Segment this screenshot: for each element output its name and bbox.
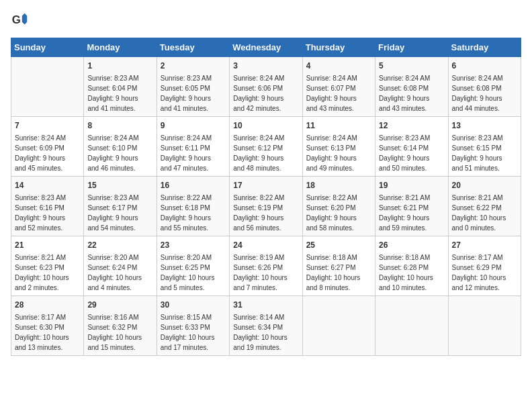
day-info: Sunrise: 8:24 AM Sunset: 6:09 PM Dayligh… xyxy=(15,133,80,173)
day-number: 10 xyxy=(233,120,298,132)
calendar-cell: 15Sunrise: 8:23 AM Sunset: 6:17 PM Dayli… xyxy=(84,177,157,236)
day-info: Sunrise: 8:16 AM Sunset: 6:32 PM Dayligh… xyxy=(87,312,152,353)
day-info: Sunrise: 8:22 AM Sunset: 6:19 PM Dayligh… xyxy=(233,193,298,233)
calendar-cell: 24Sunrise: 8:19 AM Sunset: 6:26 PM Dayli… xyxy=(230,236,302,296)
calendar-cell: 11Sunrise: 8:24 AM Sunset: 6:13 PM Dayli… xyxy=(302,117,375,177)
calendar-cell: 31Sunrise: 8:14 AM Sunset: 6:34 PM Dayli… xyxy=(230,296,302,356)
calendar-cell: 7Sunrise: 8:24 AM Sunset: 6:09 PM Daylig… xyxy=(11,117,84,177)
day-info: Sunrise: 8:24 AM Sunset: 6:11 PM Dayligh… xyxy=(161,133,226,173)
calendar-week-row: 1Sunrise: 8:23 AM Sunset: 6:04 PM Daylig… xyxy=(11,57,521,117)
day-info: Sunrise: 8:21 AM Sunset: 6:22 PM Dayligh… xyxy=(452,193,517,233)
day-number: 11 xyxy=(306,120,371,132)
day-number: 22 xyxy=(87,239,152,251)
page-header: G xyxy=(11,11,521,30)
calendar-cell: 5Sunrise: 8:24 AM Sunset: 6:08 PM Daylig… xyxy=(375,57,448,117)
day-number: 4 xyxy=(306,60,371,72)
day-number: 23 xyxy=(161,239,226,251)
day-number: 7 xyxy=(15,120,80,132)
logo: G xyxy=(11,11,32,30)
day-number: 26 xyxy=(379,239,444,251)
day-number: 14 xyxy=(15,179,80,191)
col-saturday: Saturday xyxy=(448,38,521,57)
logo-icon: G xyxy=(11,11,30,30)
day-info: Sunrise: 8:17 AM Sunset: 6:30 PM Dayligh… xyxy=(15,312,80,353)
day-number: 13 xyxy=(452,120,517,132)
day-number: 21 xyxy=(15,239,80,251)
calendar-cell: 30Sunrise: 8:15 AM Sunset: 6:33 PM Dayli… xyxy=(157,296,229,356)
day-info: Sunrise: 8:24 AM Sunset: 6:07 PM Dayligh… xyxy=(306,73,371,113)
calendar-cell xyxy=(375,296,448,356)
calendar-cell: 17Sunrise: 8:22 AM Sunset: 6:19 PM Dayli… xyxy=(230,177,302,236)
calendar-cell: 18Sunrise: 8:22 AM Sunset: 6:20 PM Dayli… xyxy=(302,177,375,236)
calendar-cell: 26Sunrise: 8:18 AM Sunset: 6:28 PM Dayli… xyxy=(375,236,448,296)
day-number: 30 xyxy=(161,299,226,311)
day-info: Sunrise: 8:24 AM Sunset: 6:10 PM Dayligh… xyxy=(87,133,152,173)
day-info: Sunrise: 8:24 AM Sunset: 6:08 PM Dayligh… xyxy=(379,73,444,113)
col-sunday: Sunday xyxy=(11,38,84,57)
calendar-cell: 23Sunrise: 8:20 AM Sunset: 6:25 PM Dayli… xyxy=(157,236,229,296)
calendar-cell: 27Sunrise: 8:17 AM Sunset: 6:29 PM Dayli… xyxy=(448,236,521,296)
calendar-cell: 6Sunrise: 8:24 AM Sunset: 6:08 PM Daylig… xyxy=(448,57,521,117)
calendar-week-row: 28Sunrise: 8:17 AM Sunset: 6:30 PM Dayli… xyxy=(11,296,521,356)
calendar-cell: 13Sunrise: 8:23 AM Sunset: 6:15 PM Dayli… xyxy=(448,117,521,177)
day-info: Sunrise: 8:24 AM Sunset: 6:08 PM Dayligh… xyxy=(452,73,517,113)
day-info: Sunrise: 8:23 AM Sunset: 6:04 PM Dayligh… xyxy=(87,73,152,113)
calendar-cell: 1Sunrise: 8:23 AM Sunset: 6:04 PM Daylig… xyxy=(84,57,157,117)
calendar-week-row: 21Sunrise: 8:21 AM Sunset: 6:23 PM Dayli… xyxy=(11,236,521,296)
day-number: 3 xyxy=(233,60,298,72)
calendar-table: Sunday Monday Tuesday Wednesday Thursday… xyxy=(11,38,521,356)
col-tuesday: Tuesday xyxy=(157,38,229,57)
day-info: Sunrise: 8:17 AM Sunset: 6:29 PM Dayligh… xyxy=(452,253,517,293)
calendar-cell: 22Sunrise: 8:20 AM Sunset: 6:24 PM Dayli… xyxy=(84,236,157,296)
day-number: 16 xyxy=(161,179,226,191)
day-info: Sunrise: 8:23 AM Sunset: 6:15 PM Dayligh… xyxy=(452,133,517,173)
day-number: 27 xyxy=(452,239,517,251)
svg-text:G: G xyxy=(12,13,21,26)
day-number: 5 xyxy=(379,60,444,72)
col-monday: Monday xyxy=(84,38,157,57)
day-info: Sunrise: 8:21 AM Sunset: 6:21 PM Dayligh… xyxy=(379,193,444,233)
calendar-cell: 25Sunrise: 8:18 AM Sunset: 6:27 PM Dayli… xyxy=(302,236,375,296)
svg-marker-1 xyxy=(22,13,30,25)
calendar-cell: 12Sunrise: 8:23 AM Sunset: 6:14 PM Dayli… xyxy=(375,117,448,177)
calendar-cell: 8Sunrise: 8:24 AM Sunset: 6:10 PM Daylig… xyxy=(84,117,157,177)
day-number: 12 xyxy=(379,120,444,132)
day-number: 1 xyxy=(87,60,152,72)
day-number: 29 xyxy=(87,299,152,311)
day-number: 19 xyxy=(379,179,444,191)
day-info: Sunrise: 8:23 AM Sunset: 6:14 PM Dayligh… xyxy=(379,133,444,173)
calendar-cell xyxy=(11,57,84,117)
calendar-cell: 3Sunrise: 8:24 AM Sunset: 6:06 PM Daylig… xyxy=(230,57,302,117)
calendar-week-row: 7Sunrise: 8:24 AM Sunset: 6:09 PM Daylig… xyxy=(11,117,521,177)
day-info: Sunrise: 8:23 AM Sunset: 6:16 PM Dayligh… xyxy=(15,193,80,233)
calendar-cell: 21Sunrise: 8:21 AM Sunset: 6:23 PM Dayli… xyxy=(11,236,84,296)
calendar-cell: 14Sunrise: 8:23 AM Sunset: 6:16 PM Dayli… xyxy=(11,177,84,236)
day-number: 15 xyxy=(87,179,152,191)
col-wednesday: Wednesday xyxy=(230,38,302,57)
day-number: 6 xyxy=(452,60,517,72)
day-number: 28 xyxy=(15,299,80,311)
day-info: Sunrise: 8:14 AM Sunset: 6:34 PM Dayligh… xyxy=(233,312,298,353)
day-number: 24 xyxy=(233,239,298,251)
day-number: 9 xyxy=(161,120,226,132)
day-number: 8 xyxy=(87,120,152,132)
day-info: Sunrise: 8:19 AM Sunset: 6:26 PM Dayligh… xyxy=(233,253,298,293)
day-info: Sunrise: 8:22 AM Sunset: 6:18 PM Dayligh… xyxy=(161,193,226,233)
day-number: 31 xyxy=(233,299,298,311)
calendar-cell: 19Sunrise: 8:21 AM Sunset: 6:21 PM Dayli… xyxy=(375,177,448,236)
calendar-cell: 9Sunrise: 8:24 AM Sunset: 6:11 PM Daylig… xyxy=(157,117,229,177)
day-info: Sunrise: 8:23 AM Sunset: 6:17 PM Dayligh… xyxy=(87,193,152,233)
calendar-cell: 10Sunrise: 8:24 AM Sunset: 6:12 PM Dayli… xyxy=(230,117,302,177)
calendar-cell: 20Sunrise: 8:21 AM Sunset: 6:22 PM Dayli… xyxy=(448,177,521,236)
column-header-row: Sunday Monday Tuesday Wednesday Thursday… xyxy=(11,38,521,57)
calendar-cell: 4Sunrise: 8:24 AM Sunset: 6:07 PM Daylig… xyxy=(302,57,375,117)
day-info: Sunrise: 8:18 AM Sunset: 6:27 PM Dayligh… xyxy=(306,253,371,293)
day-info: Sunrise: 8:15 AM Sunset: 6:33 PM Dayligh… xyxy=(161,312,226,353)
calendar-cell xyxy=(302,296,375,356)
day-number: 17 xyxy=(233,179,298,191)
calendar-cell: 16Sunrise: 8:22 AM Sunset: 6:18 PM Dayli… xyxy=(157,177,229,236)
day-info: Sunrise: 8:18 AM Sunset: 6:28 PM Dayligh… xyxy=(379,253,444,293)
calendar-cell: 28Sunrise: 8:17 AM Sunset: 6:30 PM Dayli… xyxy=(11,296,84,356)
day-number: 20 xyxy=(452,179,517,191)
day-info: Sunrise: 8:24 AM Sunset: 6:12 PM Dayligh… xyxy=(233,133,298,173)
